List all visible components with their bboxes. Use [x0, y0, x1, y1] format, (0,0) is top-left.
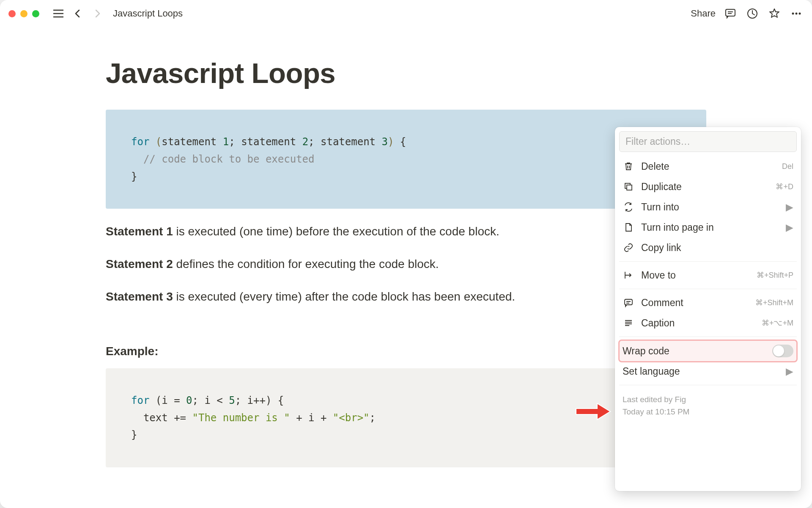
code-string: "<br>" [333, 412, 370, 424]
code-num: 5 [229, 395, 235, 406]
toggle-knob [773, 345, 784, 356]
wrap-code-toggle[interactable] [772, 345, 793, 357]
bold-text: Statement 1 [106, 225, 173, 238]
menu-shortcut: ⌘+Shift+P [757, 271, 793, 280]
menu-label: Turn into page in [641, 222, 714, 233]
menu-label: Set language [623, 366, 680, 377]
menu-wrap-code[interactable]: Wrap code [619, 340, 797, 362]
last-edited-at: Today at 10:15 PM [623, 406, 793, 418]
menu-divider [619, 385, 797, 385]
bold-text: Statement 2 [106, 257, 173, 271]
bold-text: Statement 3 [106, 290, 173, 303]
breadcrumb[interactable]: Javascript Loops [113, 8, 183, 19]
app-window: Javascript Loops Share Javascript Loops … [0, 0, 812, 508]
move-icon [623, 269, 634, 281]
filter-actions-input[interactable] [619, 131, 797, 152]
code-num: 3 [381, 136, 387, 148]
code-keyword: for [131, 395, 149, 406]
code-text: statement [241, 136, 302, 148]
code-paren: ) [388, 136, 394, 148]
menu-shortcut: Del [782, 162, 793, 171]
code-paren: ( [156, 136, 162, 148]
back-button[interactable] [71, 6, 85, 21]
svg-rect-0 [726, 9, 735, 16]
last-edited-by: Last edited by Fig [623, 394, 793, 406]
menu-shortcut: ⌘+D [776, 182, 793, 191]
svg-rect-7 [625, 299, 632, 305]
menu-set-language[interactable]: Set language ▶ [619, 362, 797, 381]
code-num: 1 [223, 136, 229, 148]
window-controls [8, 10, 39, 17]
menu-shortcut: ⌘+⌥+M [762, 318, 793, 328]
menu-copy-link[interactable]: Copy link [619, 237, 797, 258]
code-text: } [131, 171, 137, 182]
menu-label: Wrap code [623, 345, 669, 357]
page-title[interactable]: Javascript Loops [106, 57, 706, 89]
code-keyword: for [131, 136, 149, 148]
code-text: statement [162, 136, 223, 148]
menu-label: Comment [641, 297, 683, 309]
code-text: ; i++) { [235, 395, 284, 406]
turn-into-icon [623, 201, 634, 213]
svg-point-4 [799, 13, 801, 15]
favorite-icon[interactable] [767, 6, 782, 21]
page-icon [623, 221, 634, 233]
share-button[interactable]: Share [691, 8, 716, 19]
trash-icon [623, 160, 634, 172]
menu-comment[interactable]: Comment ⌘+Shift+M [619, 293, 797, 313]
menu-divider [619, 289, 797, 289]
code-text: ; [229, 136, 241, 148]
more-icon[interactable] [789, 6, 804, 21]
updates-icon[interactable] [745, 6, 760, 21]
maximize-window-button[interactable] [32, 10, 39, 17]
code-text: { [394, 136, 406, 148]
menu-footer: Last edited by Fig Today at 10:15 PM [619, 389, 797, 418]
comment-icon [623, 297, 634, 309]
code-text: ; [308, 136, 321, 148]
code-text: text += [131, 412, 192, 424]
code-text: statement [321, 136, 382, 148]
code-string: "The number is " [192, 412, 290, 424]
menu-divider [619, 261, 797, 262]
svg-rect-6 [627, 185, 632, 190]
plain-text: defines the condition for executing the … [173, 257, 439, 271]
plain-text: is executed (every time) after the code … [173, 290, 515, 303]
close-window-button[interactable] [8, 10, 16, 17]
topbar: Javascript Loops Share [0, 0, 812, 27]
caption-icon [623, 317, 634, 329]
menu-label: Copy link [641, 242, 681, 254]
menu-shortcut: ⌘+Shift+M [755, 298, 793, 307]
code-text: ( [149, 395, 162, 406]
menu-caption[interactable]: Caption ⌘+⌥+M [619, 313, 797, 333]
chevron-right-icon: ▶ [786, 366, 793, 377]
code-text: } [131, 429, 137, 441]
code-text: + i + [290, 412, 333, 424]
menu-delete[interactable]: Delete Del [619, 156, 797, 177]
code-comment: // code block to be executed [131, 153, 314, 165]
code-text: i = [162, 395, 186, 406]
menu-label: Turn into [641, 202, 679, 213]
menu-turn-into[interactable]: Turn into ▶ [619, 197, 797, 217]
duplicate-icon [623, 181, 634, 193]
menu-move-to[interactable]: Move to ⌘+Shift+P [619, 265, 797, 285]
minimize-window-button[interactable] [20, 10, 27, 17]
block-context-menu: Delete Del Duplicate ⌘+D Turn into ▶ Tur… [615, 127, 801, 491]
svg-point-2 [792, 13, 794, 15]
menu-icon[interactable] [51, 6, 66, 21]
link-icon [623, 242, 634, 254]
svg-point-3 [796, 13, 798, 15]
comments-icon[interactable] [723, 6, 738, 21]
plain-text: is executed (one time) before the execut… [173, 225, 499, 238]
code-text: ; i < [192, 395, 229, 406]
forward-button[interactable] [90, 6, 104, 21]
menu-duplicate[interactable]: Duplicate ⌘+D [619, 177, 797, 197]
topbar-right: Share [691, 6, 804, 21]
menu-label: Move to [641, 270, 676, 281]
chevron-right-icon: ▶ [786, 222, 793, 233]
menu-label: Delete [641, 161, 669, 172]
menu-label: Duplicate [641, 181, 682, 193]
menu-label: Caption [641, 318, 675, 329]
chevron-right-icon: ▶ [786, 202, 793, 213]
menu-turn-into-page[interactable]: Turn into page in ▶ [619, 217, 797, 237]
code-text: ; [370, 412, 376, 424]
